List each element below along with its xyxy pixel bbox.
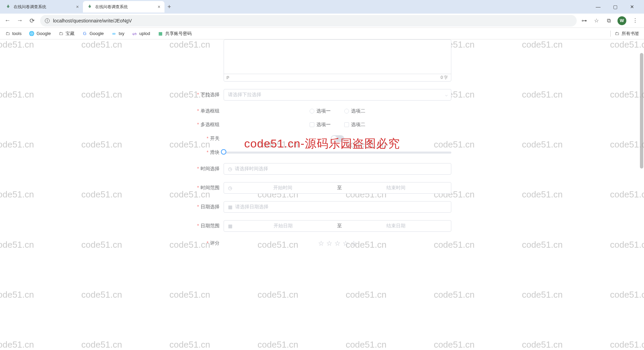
- star-4[interactable]: ☆: [343, 239, 349, 247]
- bookmark-shared[interactable]: ▦共享账号密码: [158, 31, 192, 37]
- bookmark-tools[interactable]: 🗀tools: [5, 31, 21, 36]
- time-picker[interactable]: ◷ 请选择时间选择: [224, 163, 451, 175]
- url-text: localhost/questionnaire/write/JEoNgV: [53, 18, 132, 23]
- radio-group: 选项一 选项二: [224, 108, 451, 114]
- folder-icon: 🗀: [58, 31, 64, 36]
- tab-title: 在线问卷调查系统: [14, 4, 73, 10]
- maximize-button[interactable]: ▢: [610, 2, 620, 12]
- divider: [610, 31, 611, 37]
- time-range-picker[interactable]: ◷ 开始时间 至 结束时间: [224, 182, 451, 194]
- star-icon[interactable]: ☆: [593, 17, 600, 24]
- profile-avatar[interactable]: W: [617, 16, 626, 25]
- date-range-picker[interactable]: ▦ 开始日期 至 结束日期: [224, 220, 451, 232]
- bookmark-treasure[interactable]: 🗀宝藏: [58, 31, 74, 37]
- google-icon: G: [82, 31, 87, 36]
- slider-label: *滑块: [193, 150, 224, 156]
- chevron-down-icon: ⌵: [445, 92, 448, 97]
- radio-option-1[interactable]: 选项一: [310, 108, 331, 114]
- cloud-icon: ∞: [111, 31, 117, 36]
- all-bookmarks[interactable]: 🗀所有书签: [614, 31, 639, 37]
- address-bar: ← → ⟳ i localhost/questionnaire/write/JE…: [0, 14, 644, 28]
- back-button[interactable]: ←: [3, 17, 12, 25]
- date-picker[interactable]: ▦ 请选择日期选择: [224, 201, 451, 213]
- char-count: 0 字: [440, 75, 448, 81]
- clock-icon: ◷: [228, 185, 232, 191]
- bookmarks-bar: 🗀tools 🌐Google 🗀宝藏 GGoogle ∞txy ᔕuplod ▦…: [0, 28, 644, 39]
- tab-inactive[interactable]: 在线问卷调查系统 ×: [1, 1, 83, 13]
- browser-tabstrip: 在线问卷调查系统 × 在线问卷调查系统 × + — ▢ ✕: [0, 0, 644, 14]
- leaf-icon: [5, 4, 11, 10]
- star-1[interactable]: ☆: [318, 239, 324, 247]
- questionnaire-form: P 0 字 *下拉选择 请选择下拉选择 ⌵ *单选框组 选项一 选项二: [193, 39, 451, 247]
- checkbox-icon: [310, 122, 314, 127]
- bookmark-google-g[interactable]: GGoogle: [82, 31, 104, 36]
- time-pick-label: *时间选择: [193, 166, 224, 172]
- rich-text-editor[interactable]: P 0 字: [224, 39, 451, 82]
- rate-label: *评分: [193, 240, 224, 246]
- tab-active[interactable]: 在线问卷调查系统 ×: [83, 1, 164, 13]
- leaf-icon: [87, 4, 92, 10]
- switch-label: *开关: [193, 136, 224, 142]
- slider-handle[interactable]: [221, 149, 226, 155]
- editor-path: P: [227, 75, 229, 80]
- slider-track[interactable]: [224, 152, 451, 154]
- star-3[interactable]: ☆: [334, 239, 341, 247]
- radio-label: *单选框组: [193, 108, 224, 114]
- bookmark-uplod[interactable]: ᔕuplod: [132, 31, 150, 36]
- close-button[interactable]: ✕: [627, 2, 637, 12]
- radio-icon: [310, 109, 314, 113]
- checkbox-label: *多选框组: [193, 122, 224, 128]
- editor-status: P 0 字: [224, 74, 451, 81]
- checkbox-option-1[interactable]: 选项一: [310, 122, 331, 128]
- new-tab-button[interactable]: +: [164, 2, 174, 12]
- window-controls: — ▢ ✕: [593, 2, 643, 12]
- url-input[interactable]: i localhost/questionnaire/write/JEoNgV: [40, 15, 577, 27]
- radio-icon: [344, 109, 349, 113]
- folder-icon: 🗀: [5, 31, 10, 36]
- minimize-button[interactable]: —: [593, 2, 603, 12]
- switch-knob: [331, 136, 337, 141]
- checkbox-option-2[interactable]: 选项二: [344, 122, 365, 128]
- time-range-label: *时间范围: [193, 185, 224, 191]
- star-5[interactable]: ☆: [351, 239, 357, 247]
- calendar-icon: ▦: [228, 204, 232, 210]
- globe-icon: 🌐: [29, 31, 34, 36]
- info-icon[interactable]: i: [45, 18, 50, 23]
- page-content: P 0 字 *下拉选择 请选择下拉选择 ⌵ *单选框组 选项一 选项二: [0, 39, 644, 350]
- calendar-icon: ▦: [228, 223, 232, 229]
- extension-icon[interactable]: ⧉: [605, 17, 612, 24]
- tab-title: 在线问卷调查系统: [95, 4, 155, 10]
- rating-stars: ☆ ☆ ☆ ☆ ☆: [224, 239, 451, 247]
- dropdown-select[interactable]: 请选择下拉选择 ⌵: [224, 89, 451, 101]
- close-icon[interactable]: ×: [158, 4, 160, 10]
- forward-button[interactable]: →: [16, 17, 24, 25]
- close-icon[interactable]: ×: [76, 4, 79, 10]
- key-icon[interactable]: ⊶: [581, 17, 588, 24]
- clock-icon: ◷: [228, 166, 232, 172]
- switch-toggle[interactable]: [331, 135, 344, 142]
- checkbox-icon: [344, 122, 349, 127]
- bookmark-google[interactable]: 🌐Google: [29, 31, 51, 36]
- editor-body[interactable]: [224, 40, 451, 74]
- dropdown-label: *下拉选择: [193, 92, 224, 98]
- star-2[interactable]: ☆: [326, 239, 332, 247]
- date-range-label: *日期范围: [193, 223, 224, 229]
- date-pick-label: *日期选择: [193, 204, 224, 210]
- radio-option-2[interactable]: 选项二: [344, 108, 365, 114]
- upload-icon: ᔕ: [132, 31, 137, 36]
- checkbox-group: 选项一 选项二: [224, 122, 451, 128]
- reload-button[interactable]: ⟳: [28, 17, 36, 25]
- sheets-icon: ▦: [158, 31, 163, 36]
- menu-icon[interactable]: ⋮: [632, 17, 639, 24]
- bookmark-txy[interactable]: ∞txy: [111, 31, 124, 36]
- folder-icon: 🗀: [614, 31, 620, 36]
